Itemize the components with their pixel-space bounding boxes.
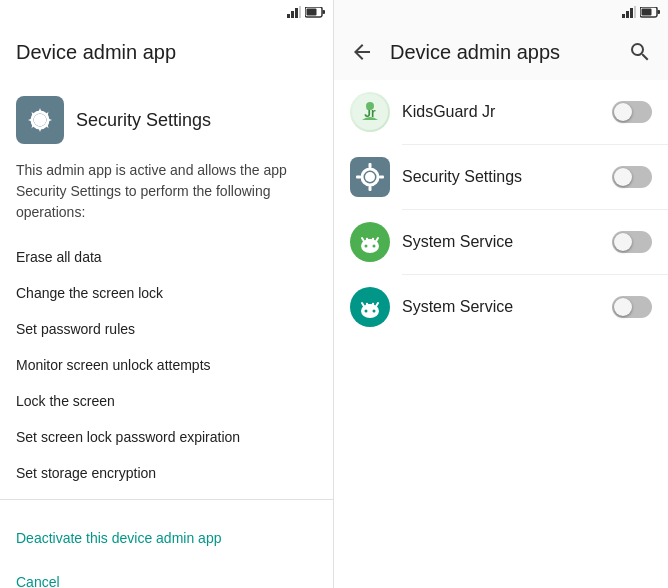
- android-icon-2: [352, 289, 388, 325]
- kidsguard-icon: Jr: [350, 92, 390, 132]
- svg-point-41: [372, 303, 374, 305]
- svg-point-28: [365, 245, 368, 248]
- status-bar-right: [334, 0, 668, 24]
- permission-password-expiration: Set screen lock password expiration: [16, 419, 317, 455]
- svg-rect-24: [356, 176, 361, 179]
- svg-rect-16: [642, 8, 652, 15]
- security-settings-icon: [16, 96, 64, 144]
- battery-icon-left: [305, 7, 325, 18]
- svg-rect-25: [379, 176, 384, 179]
- android-icon-1: [352, 224, 388, 260]
- permission-change-lock: Change the screen lock: [16, 275, 317, 311]
- app-title-left: Device admin app: [16, 41, 176, 64]
- security-settings-list-icon: [350, 157, 390, 197]
- app-item-system-service-2: System Service: [334, 275, 668, 339]
- signal-icon-right: [622, 6, 636, 18]
- svg-point-20: [365, 172, 375, 182]
- svg-rect-0: [287, 14, 290, 18]
- back-button[interactable]: [350, 40, 374, 64]
- app-item-security: Security Settings: [334, 145, 668, 209]
- kidsguard-logo: Jr: [352, 94, 388, 130]
- app-name: Security Settings: [76, 110, 211, 131]
- svg-point-19: [366, 102, 374, 110]
- permissions-list: Erase all data Change the screen lock Se…: [0, 239, 333, 491]
- toolbar-right: Device admin apps: [334, 24, 668, 80]
- svg-rect-22: [369, 163, 372, 168]
- security-gear-icon: [356, 163, 384, 191]
- svg-rect-10: [622, 14, 625, 18]
- svg-point-37: [373, 310, 376, 313]
- system-service-1-icon: [350, 222, 390, 262]
- svg-rect-11: [626, 11, 629, 18]
- security-settings-list-name: Security Settings: [402, 168, 600, 186]
- svg-rect-23: [369, 186, 372, 191]
- svg-point-29: [373, 245, 376, 248]
- status-icons-left: [287, 6, 325, 18]
- app-title-bar-left: Device admin app: [0, 24, 333, 80]
- svg-rect-5: [323, 10, 326, 14]
- deactivate-button[interactable]: Deactivate this device admin app: [0, 516, 333, 560]
- permission-password-rules: Set password rules: [16, 311, 317, 347]
- permission-monitor-unlock: Monitor screen unlock attempts: [16, 347, 317, 383]
- permission-lock-screen: Lock the screen: [16, 383, 317, 419]
- search-icon: [628, 40, 652, 64]
- svg-point-36: [365, 310, 368, 313]
- svg-rect-13: [634, 6, 636, 18]
- svg-point-33: [372, 238, 374, 240]
- action-buttons: Deactivate this device admin app Cancel: [0, 508, 333, 588]
- right-panel: Device admin apps Jr KidsGuard Jr: [334, 0, 668, 588]
- back-icon: [350, 40, 374, 64]
- svg-rect-2: [295, 8, 298, 18]
- system-service-2-name: System Service: [402, 298, 600, 316]
- svg-point-40: [366, 303, 368, 305]
- app-header: Security Settings: [0, 80, 333, 152]
- cancel-button[interactable]: Cancel: [0, 560, 333, 588]
- app-item-kidsguard: Jr KidsGuard Jr: [334, 80, 668, 144]
- gear-icon: [25, 105, 55, 135]
- system-service-2-icon: [350, 287, 390, 327]
- content-area-left: Security Settings This admin app is acti…: [0, 80, 333, 588]
- app-description: This admin app is active and allows the …: [0, 152, 333, 239]
- divider-actions: [0, 499, 333, 500]
- system-service-1-toggle-thumb: [614, 233, 632, 251]
- svg-point-32: [366, 238, 368, 240]
- system-service-1-name: System Service: [402, 233, 600, 251]
- system-service-1-toggle[interactable]: [612, 231, 652, 253]
- permission-storage-encryption: Set storage encryption: [16, 455, 317, 491]
- search-button[interactable]: [628, 40, 652, 64]
- svg-rect-3: [299, 6, 301, 18]
- system-service-2-toggle-thumb: [614, 298, 632, 316]
- kidsguard-toggle[interactable]: [612, 101, 652, 123]
- svg-rect-12: [630, 8, 633, 18]
- system-service-2-toggle[interactable]: [612, 296, 652, 318]
- security-settings-toggle-thumb: [614, 168, 632, 186]
- app-item-system-service-1: System Service: [334, 210, 668, 274]
- kidsguard-name: KidsGuard Jr: [402, 103, 600, 121]
- svg-rect-6: [307, 8, 317, 15]
- status-icons-right: [622, 6, 660, 18]
- security-settings-toggle[interactable]: [612, 166, 652, 188]
- kidsguard-toggle-thumb: [614, 103, 632, 121]
- battery-icon-right: [640, 7, 660, 18]
- apps-list: Jr KidsGuard Jr: [334, 80, 668, 588]
- signal-icon: [287, 6, 301, 18]
- svg-rect-15: [658, 10, 661, 14]
- right-panel-title: Device admin apps: [390, 41, 612, 64]
- left-panel: Device admin app Secu: [0, 0, 334, 588]
- status-bar-left: [0, 0, 333, 24]
- permission-erase: Erase all data: [16, 239, 317, 275]
- svg-rect-1: [291, 11, 294, 18]
